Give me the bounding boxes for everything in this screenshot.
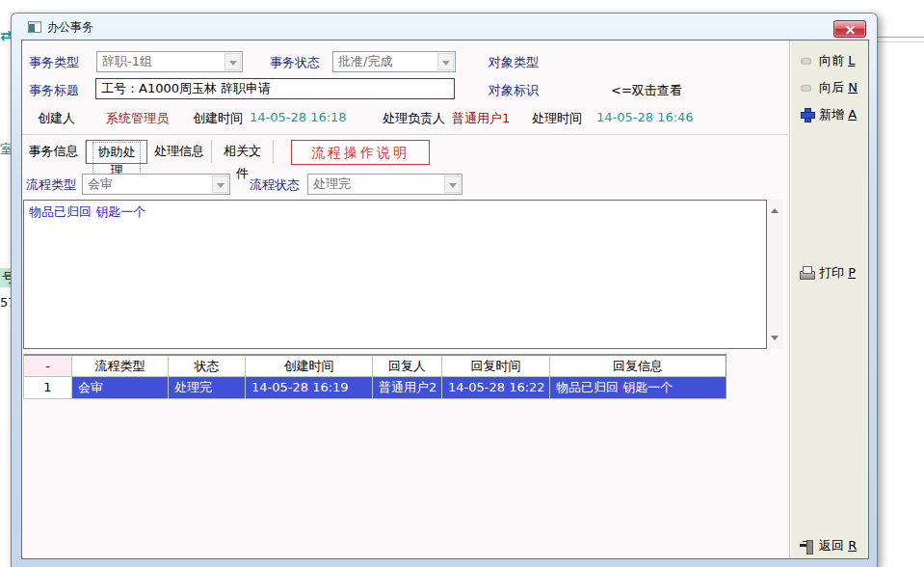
- previous-button[interactable]: 向前 L: [799, 51, 855, 70]
- tab-strip: 事务信息 协助处理 处理信息 相关文件: [22, 140, 274, 165]
- exit-door-icon: [799, 538, 814, 554]
- process-type-select[interactable]: 会审: [82, 174, 230, 195]
- previous-label: 向前: [819, 53, 844, 68]
- tab-label: 处理信息: [154, 144, 204, 158]
- reply-table: - 流程类型 状态 创建时间 回复人 回复时间 回复信息 1 会审 处理完 14…: [23, 354, 726, 399]
- dialog-body: 事务类型 辞职-1组 事务状态 批准/完成 对象类型 事务标题 工号：A1000…: [21, 40, 869, 559]
- previous-icon: [799, 53, 814, 68]
- print-label: 打印: [819, 265, 844, 280]
- chevron-down-icon[interactable]: [212, 176, 228, 193]
- creator-label: 创建人: [38, 110, 75, 127]
- office-affairs-dialog: 办公事务 事务类型 辞职-1组 事务状态 批准/完成 对象类型 事务标题 工号：…: [11, 13, 878, 567]
- handler-value: 普通用户1: [452, 110, 510, 127]
- flow-operation-help-button[interactable]: 流程操作说明: [291, 140, 430, 165]
- print-mnemonic: P: [848, 265, 856, 280]
- add-new-label: 新增: [819, 107, 844, 122]
- background-divider: [878, 41, 924, 42]
- reply-scrollbar[interactable]: [767, 200, 783, 349]
- transaction-title-input[interactable]: 工号：A1000周玉林 辞职申请: [95, 78, 455, 99]
- scroll-down-icon[interactable]: [771, 336, 779, 344]
- transaction-status-label: 事务状态: [270, 54, 320, 71]
- tab-transaction-info[interactable]: 事务信息: [22, 140, 86, 163]
- transaction-status-select[interactable]: 批准/完成: [332, 51, 456, 72]
- cell-row-number[interactable]: 1: [24, 377, 72, 399]
- scroll-up-icon[interactable]: [771, 204, 779, 213]
- header-process-type: 流程类型: [72, 356, 169, 377]
- transaction-type-value: 辞职-1组: [102, 54, 152, 68]
- process-status-select[interactable]: 处理完: [307, 174, 462, 195]
- tab-label: 事务信息: [29, 144, 79, 158]
- tab-assist-processing[interactable]: 协助处理: [86, 140, 147, 164]
- process-status-value: 处理完: [313, 176, 351, 191]
- add-new-button[interactable]: 新增 A: [799, 105, 857, 124]
- header-divider: [22, 134, 788, 136]
- background-divider: [878, 37, 924, 38]
- table-header-row: - 流程类型 状态 创建时间 回复人 回复时间 回复信息: [24, 356, 726, 377]
- close-button[interactable]: [833, 20, 866, 38]
- chevron-down-icon[interactable]: [437, 53, 454, 70]
- print-button[interactable]: 打印 P: [799, 263, 856, 283]
- reply-textarea[interactable]: 物品已归回 钥匙一个: [23, 200, 767, 349]
- object-id-hint: <=双击查看: [611, 82, 682, 99]
- handler-label: 处理负责人: [383, 110, 445, 127]
- table-row-selected[interactable]: 1 会审 处理完 14-05-28 16:19 普通用户2 14-05-28 1…: [24, 377, 726, 399]
- return-label: 返回: [819, 538, 844, 553]
- title-bar[interactable]: 办公事务: [12, 14, 877, 40]
- return-mnemonic: R: [848, 538, 857, 553]
- printer-icon: [799, 265, 814, 281]
- window-form-icon: [28, 21, 41, 33]
- process-time-value: 14-05-28 16:46: [596, 110, 694, 124]
- transaction-type-select[interactable]: 辞职-1组: [96, 51, 243, 72]
- return-button[interactable]: 返回 R: [799, 536, 857, 555]
- cell-reply-time[interactable]: 14-05-28 16:22: [442, 377, 550, 399]
- header-row-number: -: [24, 356, 72, 377]
- process-time-label: 处理时间: [532, 110, 582, 127]
- header-status: 状态: [169, 356, 246, 377]
- cell-status[interactable]: 处理完: [169, 377, 246, 399]
- previous-mnemonic: L: [848, 53, 855, 68]
- chevron-down-icon[interactable]: [224, 53, 241, 70]
- next-mnemonic: N: [848, 80, 858, 94]
- transaction-type-label: 事务类型: [29, 54, 79, 71]
- transaction-status-value: 批准/完成: [338, 54, 392, 68]
- cell-replier[interactable]: 普通用户2: [373, 377, 442, 399]
- chevron-down-icon[interactable]: [444, 176, 461, 193]
- header-reply-message: 回复信息: [550, 356, 726, 377]
- process-type-label: 流程类型: [26, 176, 76, 194]
- add-new-mnemonic: A: [848, 107, 857, 122]
- process-status-label: 流程状态: [250, 176, 300, 194]
- header-replier: 回复人: [373, 356, 442, 377]
- header-create-time: 创建时间: [246, 356, 373, 377]
- creator-value: 系统管理员: [106, 110, 169, 127]
- create-time-value: 14-05-28 16:18: [250, 110, 347, 124]
- next-icon: [799, 80, 814, 95]
- tab-related-files[interactable]: 相关文件: [212, 140, 274, 163]
- object-type-label: 对象类型: [488, 54, 539, 71]
- process-type-value: 会审: [88, 176, 113, 191]
- object-id-label: 对象标识: [488, 82, 539, 99]
- header-reply-time: 回复时间: [442, 356, 550, 377]
- window-title: 办公事务: [47, 19, 93, 36]
- next-label: 向后: [819, 80, 844, 94]
- create-time-label: 创建时间: [193, 110, 243, 127]
- cell-create-time[interactable]: 14-05-28 16:19: [246, 377, 373, 399]
- cell-process-type[interactable]: 会审: [72, 377, 169, 399]
- transaction-title-label: 事务标题: [29, 82, 79, 99]
- tab-processing-info[interactable]: 处理信息: [147, 140, 212, 163]
- cell-reply-message[interactable]: 物品已归回 钥匙一个: [550, 377, 726, 399]
- next-button[interactable]: 向后 N: [799, 78, 858, 97]
- plus-icon: [799, 107, 814, 122]
